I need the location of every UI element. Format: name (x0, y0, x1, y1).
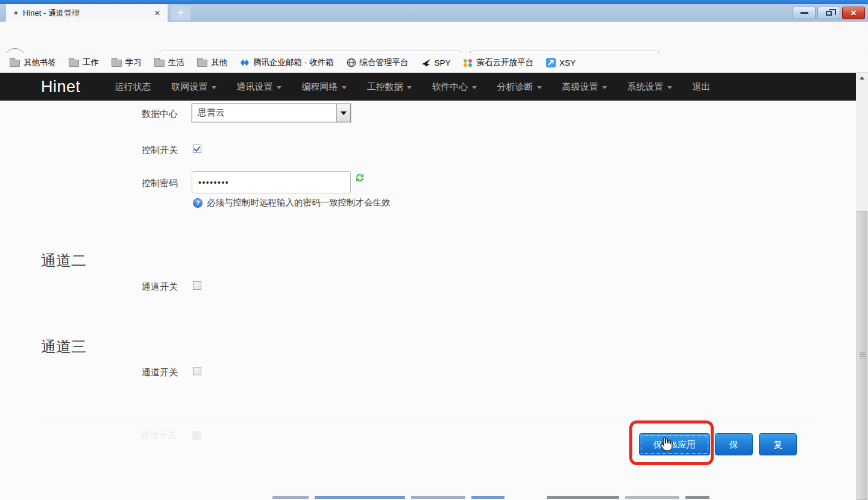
tab-title: Hinet - 通道管理 (23, 8, 152, 19)
ghost-artifact: 通道开关 (140, 430, 201, 441)
menu-system-settings[interactable]: 系统设置 (617, 81, 682, 93)
restore-button[interactable] (817, 7, 840, 19)
chevron-down-icon (407, 86, 412, 89)
tab-close-icon[interactable]: × (152, 7, 163, 19)
scrollbar-up-button[interactable] (856, 73, 868, 83)
site-logo[interactable]: Hinet (41, 78, 81, 96)
chevron-down-icon (667, 86, 672, 89)
control-password-input[interactable] (192, 171, 351, 193)
window-controls: × (793, 7, 865, 19)
bookmark-folder-life[interactable]: 生活 (154, 57, 184, 68)
bookmark-xsy[interactable]: XSY (546, 58, 576, 67)
menu-run-status[interactable]: 运行状态 (105, 81, 162, 93)
folder-icon (112, 60, 122, 67)
folder-icon (69, 60, 79, 67)
navigation-toolbar: ← → × 192.168.9.99/cgi-bin/luci/;stok=48… (0, 22, 868, 53)
chevron-down-icon (277, 86, 281, 89)
page-content: Hinet 运行状态 联网设置 通讯设置 编程网络 工控数据 软件中心 分析诊断… (0, 73, 856, 500)
datacenter-select[interactable]: 思普云 (192, 104, 351, 122)
bookmark-tencent-mail[interactable]: 腾讯企业邮箱 - 收件箱 (240, 57, 334, 68)
folder-icon (154, 60, 165, 67)
channel2-switch-checkbox[interactable] (193, 281, 201, 290)
bookmark-folder-other[interactable]: 其他书签 (10, 57, 56, 68)
menu-comm-settings[interactable]: 通讯设置 (227, 81, 292, 93)
tab-favicon-icon (14, 11, 17, 14)
reset-button[interactable]: 复位 (759, 433, 797, 455)
help-icon: ? (193, 198, 203, 208)
datacenter-value: 思普云 (192, 104, 336, 122)
save-apply-button[interactable]: 保存&应用 (639, 433, 710, 455)
menu-diagnostics[interactable]: 分析诊断 (487, 81, 552, 93)
site-navbar: Hinet 运行状态 联网设置 通讯设置 编程网络 工控数据 软件中心 分析诊断… (0, 73, 856, 101)
minimize-icon (800, 12, 808, 14)
xsy-arrow-icon (546, 58, 556, 67)
spy-dart-icon (421, 58, 431, 67)
new-tab-button[interactable]: + (171, 6, 190, 20)
section-channel3-title: 通道三 (41, 337, 86, 357)
window-titlebar (0, 0, 868, 4)
close-button[interactable]: × (842, 7, 865, 19)
menu-programming-network[interactable]: 编程网络 (292, 81, 357, 93)
tencent-mail-icon (240, 58, 250, 67)
control-switch-checkbox[interactable] (193, 145, 201, 153)
minimize-button[interactable] (793, 7, 816, 19)
menu-network-settings[interactable]: 联网设置 (162, 81, 227, 93)
scrollbar-thumb[interactable] (857, 211, 867, 500)
channel2-switch-label: 通道开关 (0, 281, 178, 293)
bookmark-spy[interactable]: SPY (421, 58, 451, 67)
browser-tab[interactable]: Hinet - 通道管理 × (6, 4, 168, 22)
dropdown-arrow-icon[interactable] (336, 104, 350, 122)
chevron-down-icon (602, 86, 607, 89)
divider (41, 419, 814, 420)
control-password-label: 控制密码 (0, 178, 178, 189)
save-button[interactable]: 保存 (715, 433, 753, 455)
chevron-down-icon (537, 86, 542, 89)
folder-icon (10, 60, 20, 67)
close-icon: × (851, 8, 857, 18)
menu-software-center[interactable]: 软件中心 (422, 81, 487, 93)
channel3-switch-checkbox[interactable] (193, 367, 201, 375)
chevron-down-icon (212, 86, 216, 89)
ezviz-dots-icon (464, 58, 473, 67)
section-channel2-title: 通道二 (41, 251, 86, 270)
bookmark-mgmt-platform[interactable]: 综合管理平台 (347, 57, 409, 68)
password-help-text: 必须与控制时远程输入的密码一致控制才会生效 (207, 197, 391, 208)
scrollbar[interactable] (856, 73, 868, 500)
clipped-footer-text (272, 496, 709, 499)
bookmarks-bar: 其他书签 工作 学习 生活 其他 腾讯企业邮箱 - 收件箱 综合管理平台 SPY… (0, 53, 868, 73)
datacenter-label: 数据中心 (0, 108, 178, 120)
chevron-down-icon (472, 86, 477, 89)
bookmark-ezviz[interactable]: 萤石云开放平台 (464, 57, 534, 68)
password-help: ? 必须与控制时远程输入的密码一致控制才会生效 (193, 197, 391, 208)
menu-industrial-data[interactable]: 工控数据 (357, 81, 422, 93)
menu-advanced-settings[interactable]: 高级设置 (552, 81, 617, 93)
generate-password-icon[interactable] (355, 173, 365, 185)
globe-icon (347, 58, 356, 67)
bookmark-folder-misc[interactable]: 其他 (197, 57, 227, 68)
menu-logout[interactable]: 退出 (682, 81, 721, 93)
bookmark-folder-study[interactable]: 学习 (112, 57, 142, 68)
tab-strip: Hinet - 通道管理 × + × (0, 4, 868, 22)
channel3-switch-label: 通道开关 (0, 367, 178, 378)
restore-icon (826, 11, 832, 16)
folder-icon (197, 60, 207, 67)
bookmark-folder-work[interactable]: 工作 (69, 57, 99, 68)
chevron-down-icon (342, 86, 347, 89)
control-switch-label: 控制开关 (0, 145, 178, 156)
scroll-up-icon (860, 77, 864, 80)
site-menu: 运行状态 联网设置 通讯设置 编程网络 工控数据 软件中心 分析诊断 高级设置 … (105, 81, 721, 93)
